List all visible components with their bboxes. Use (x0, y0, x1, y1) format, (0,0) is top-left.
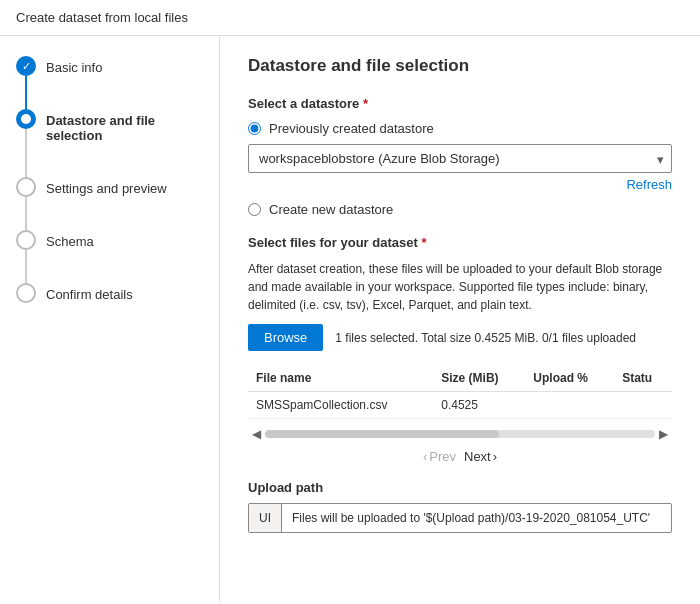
prev-button[interactable]: ‹ Prev (423, 449, 456, 464)
step-circle-settings (16, 177, 36, 197)
radio-previously-created-input[interactable] (248, 122, 261, 135)
chevron-left-icon: ‹ (423, 449, 427, 464)
files-label: Select files for your dataset * (248, 235, 672, 250)
section-title: Datastore and file selection (248, 56, 672, 76)
radio-create-datastore-label: Create new datastore (269, 202, 393, 217)
pagination: ‹ Prev Next › (248, 449, 672, 464)
connector-3 (25, 197, 27, 230)
col-upload-pct: Upload % (525, 365, 614, 392)
scroll-thumb[interactable] (265, 430, 499, 438)
step-datastore-selection: Datastore and file selection (16, 109, 203, 177)
scroll-track[interactable] (265, 430, 655, 438)
chevron-right-icon: › (493, 449, 497, 464)
step-circle-basic-info: ✓ (16, 56, 36, 76)
step-circle-confirm (16, 283, 36, 303)
browse-button[interactable]: Browse (248, 324, 323, 351)
datastore-label: Select a datastore * (248, 96, 672, 111)
datastore-select[interactable]: workspaceblobstore (Azure Blob Storage) (248, 144, 672, 173)
radio-create-datastore[interactable]: Create new datastore (248, 202, 672, 217)
upload-path-section: Upload path UI Files will be uploaded to… (248, 480, 672, 533)
top-bar: Create dataset from local files (0, 0, 700, 36)
step-circle-schema (16, 230, 36, 250)
step-schema: Schema (16, 230, 203, 283)
step-label-settings: Settings and preview (46, 179, 167, 214)
horizontal-scrollbar[interactable]: ◀ ▶ (248, 427, 672, 441)
upload-path-value: Files will be uploaded to '$(Upload path… (282, 504, 671, 532)
refresh-link[interactable]: Refresh (248, 177, 672, 192)
connector-2 (25, 129, 27, 177)
page-title: Create dataset from local files (0, 0, 700, 36)
files-description: After dataset creation, these files will… (248, 260, 672, 314)
table-row: SMSSpamCollection.csv 0.4525 (248, 392, 672, 419)
file-table: File name Size (MiB) Upload % Statu SMSS… (248, 365, 672, 419)
browse-status: 1 files selected. Total size 0.4525 MiB.… (335, 331, 636, 345)
col-size: Size (MiB) (433, 365, 525, 392)
col-filename: File name (248, 365, 433, 392)
scroll-left-arrow[interactable]: ◀ (248, 427, 265, 441)
upload-path-prefix: UI (249, 504, 282, 532)
files-section: Select files for your dataset * After da… (248, 235, 672, 464)
required-marker: * (359, 96, 368, 111)
step-label-confirm: Confirm details (46, 285, 133, 320)
cell-filename: SMSSpamCollection.csv (248, 392, 433, 419)
datastore-select-wrapper: workspaceblobstore (Azure Blob Storage) … (248, 144, 672, 173)
step-label-datastore: Datastore and file selection (46, 111, 203, 161)
sidebar: ✓ Basic info Datastore and file sele (0, 36, 220, 603)
step-confirm-details: Confirm details (16, 283, 203, 336)
radio-create-datastore-input[interactable] (248, 203, 261, 216)
connector-4 (25, 250, 27, 283)
connector-1 (25, 76, 27, 109)
browse-row: Browse 1 files selected. Total size 0.45… (248, 324, 672, 351)
files-required-marker: * (418, 235, 427, 250)
step-label-basic-info: Basic info (46, 58, 102, 93)
next-label: Next (464, 449, 491, 464)
upload-path-label: Upload path (248, 480, 672, 495)
prev-label: Prev (429, 449, 456, 464)
upload-path-box: UI Files will be uploaded to '$(Upload p… (248, 503, 672, 533)
step-basic-info: ✓ Basic info (16, 56, 203, 109)
step-circle-datastore (16, 109, 36, 129)
step-settings-preview: Settings and preview (16, 177, 203, 230)
main-content: Datastore and file selection Select a da… (220, 36, 700, 603)
col-status: Statu (614, 365, 672, 392)
cell-status (614, 392, 672, 419)
radio-previously-created[interactable]: Previously created datastore (248, 121, 672, 136)
table-header-row: File name Size (MiB) Upload % Statu (248, 365, 672, 392)
radio-previously-created-label: Previously created datastore (269, 121, 434, 136)
cell-size: 0.4525 (433, 392, 525, 419)
next-button[interactable]: Next › (464, 449, 497, 464)
step-label-schema: Schema (46, 232, 94, 267)
check-icon: ✓ (22, 60, 31, 73)
steps-list: ✓ Basic info Datastore and file sele (16, 56, 203, 336)
cell-upload-pct (525, 392, 614, 419)
scroll-right-arrow[interactable]: ▶ (655, 427, 672, 441)
datastore-radio-group: Previously created datastore workspacebl… (248, 121, 672, 217)
